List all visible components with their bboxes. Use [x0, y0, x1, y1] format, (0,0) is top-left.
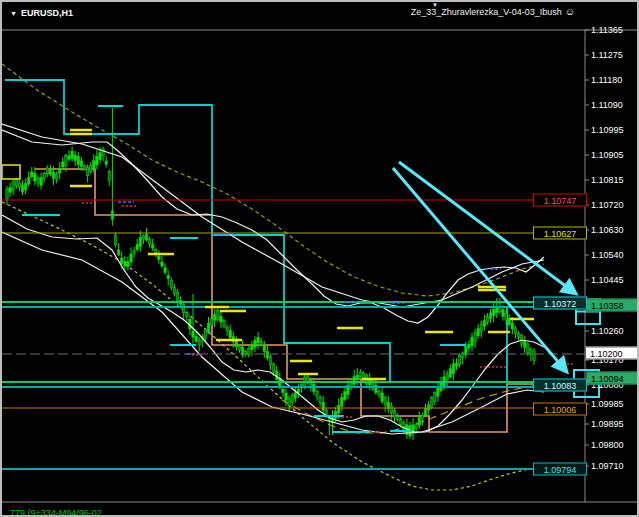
white-tight-upper-band	[2, 130, 544, 323]
yellow-marker-box	[2, 165, 20, 179]
axis-tick-label: 1.09800	[591, 440, 624, 450]
price-level-label[interactable]: 1.10627	[533, 227, 587, 240]
axis-tick-label: 1.09985	[591, 399, 624, 409]
white-wide-lower-band	[2, 232, 544, 434]
price-level-label[interactable]: 1.10006	[533, 403, 587, 416]
axis-tick-label: 1.11180	[591, 75, 622, 85]
bid-price-box: 1.10358	[586, 299, 639, 312]
price-level-label[interactable]: 1.09794	[533, 463, 587, 476]
chart-dropdown-icon[interactable]: ▼	[10, 10, 17, 17]
white-wide-upper-band	[2, 124, 544, 307]
axis-tick-label: 1.10720	[591, 200, 624, 210]
chart-canvas[interactable]	[2, 2, 639, 517]
cyan-staircase-line[interactable]	[5, 80, 582, 382]
axis-tick-label: 1.10995	[591, 125, 624, 135]
axis-tick-label: 1.11365	[591, 25, 623, 35]
axis-tick-label: 1.10445	[591, 275, 624, 285]
indicator-title: Ze_33_Zhuravlerezka_V-04-03_Ibush ☺	[411, 7, 575, 17]
axis-tick-label: 1.10260	[591, 326, 624, 336]
axis-tick-label: 1.11275	[591, 50, 623, 60]
price-level-label[interactable]: 1.10083	[533, 379, 587, 392]
axis-tick-label: 1.10630	[591, 225, 624, 235]
indicator-name-label: Ze_33_Zhuravlerezka_V-04-03_Ibush	[411, 7, 562, 17]
axis-tick-label: 1.09895	[591, 419, 624, 429]
smiley-icon: ☺	[565, 7, 575, 17]
price-level-label[interactable]: 1.10372	[533, 297, 587, 310]
ask-price-box: 1.10200	[585, 347, 638, 360]
mt4-chart-window: ▼ EURUSD,H1 ▼ Ze_33_Zhuravlerezka_V-04-0…	[0, 0, 639, 517]
chart-symbol-title: ▼ EURUSD,H1	[10, 8, 73, 18]
bid-price-box: 1.10094	[586, 372, 639, 385]
candlesticks	[6, 108, 535, 440]
indicator-status-text: 779 (9+334-M94/96-02	[10, 508, 102, 517]
axis-tick-label: 1.10815	[591, 175, 624, 185]
symbol-timeframe-label: EURUSD,H1	[21, 8, 73, 18]
axis-tick-label: 1.10540	[591, 250, 624, 260]
axis-tick-label: 1.11090	[591, 100, 623, 110]
axis-tick-label: 1.10905	[591, 150, 624, 160]
axis-tick-label: 1.09710	[591, 461, 624, 471]
price-level-label[interactable]: 1.10747	[533, 194, 587, 207]
